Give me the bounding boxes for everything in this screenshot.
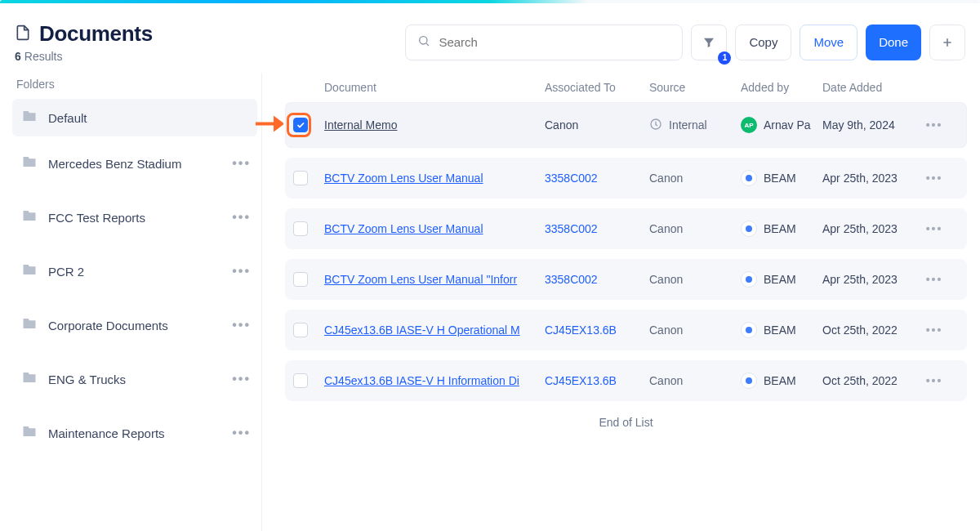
row-checkbox[interactable] (293, 118, 308, 132)
col-source-header: Source (649, 81, 741, 94)
search-box[interactable] (405, 25, 683, 60)
add-button[interactable] (929, 25, 965, 60)
filter-badge: 1 (718, 51, 731, 65)
beam-avatar-icon (741, 170, 757, 186)
header-left: Documents 6 Results (15, 21, 153, 63)
sidebar: Folders DefaultMercedes Benz Stadium•••F… (0, 73, 261, 531)
source-text: Canon (649, 222, 683, 235)
row-checkbox[interactable] (293, 221, 308, 236)
table-body: Internal MemoCanonInternalAPArnav PaMay … (285, 102, 967, 401)
app-container: Documents 6 Results 1 (0, 3, 980, 531)
beam-avatar-icon (741, 271, 757, 288)
header: Documents 6 Results 1 (0, 3, 980, 65)
copy-button[interactable]: Copy (735, 25, 791, 60)
associated-link[interactable]: 3358C002 (545, 172, 598, 185)
sidebar-folder-item[interactable]: Corporate Documents••• (12, 298, 257, 352)
date-text: Oct 25th, 2022 (822, 324, 898, 337)
more-icon[interactable]: ••• (232, 264, 251, 279)
table-row[interactable]: CJ45ex13.6B IASE-V H Information DiCJ45E… (285, 360, 967, 401)
result-label: Results (24, 50, 63, 63)
table-row[interactable]: BCTV Zoom Lens User Manual "Inforr3358C0… (285, 259, 967, 300)
source-text: Canon (649, 172, 683, 185)
table-row[interactable]: BCTV Zoom Lens User Manual3358C002CanonB… (285, 208, 967, 249)
svg-point-0 (420, 36, 427, 43)
date-text: Apr 25th, 2023 (822, 273, 898, 286)
more-icon[interactable]: ••• (232, 372, 251, 386)
date-text: Apr 25th, 2023 (822, 172, 898, 185)
page-title: Documents (39, 21, 153, 47)
added-by-text: Arnav Pa (764, 118, 811, 132)
date-text: May 9th, 2024 (822, 118, 895, 132)
sidebar-folder-item[interactable]: PCR 2••• (12, 244, 257, 298)
document-link[interactable]: CJ45ex13.6B IASE-V H Information Di (324, 374, 537, 387)
sidebar-folder-item[interactable]: Mercedes Benz Stadium••• (12, 136, 257, 190)
table-header: Document Associated To Source Added by D… (285, 73, 967, 102)
move-button[interactable]: Move (800, 25, 858, 60)
table-row[interactable]: BCTV Zoom Lens User Manual3358C002CanonB… (285, 158, 967, 199)
folder-label: FCC Test Reports (48, 211, 145, 225)
associated-link[interactable]: CJ45EX13.6B (545, 324, 617, 337)
row-more-icon[interactable]: ••• (926, 172, 943, 185)
added-by-text: BEAM (764, 172, 796, 185)
row-more-icon[interactable]: ••• (926, 374, 943, 387)
col-addedby-header: Added by (741, 81, 822, 94)
folder-icon (22, 109, 37, 127)
sidebar-folder-item[interactable]: Default (12, 99, 257, 136)
internal-source-icon (649, 118, 662, 133)
beam-avatar-icon (741, 373, 757, 389)
row-more-icon[interactable]: ••• (926, 324, 943, 337)
search-icon (417, 34, 430, 51)
more-icon[interactable]: ••• (232, 156, 251, 171)
more-icon[interactable]: ••• (232, 318, 251, 332)
beam-avatar-icon (741, 221, 757, 237)
col-document-header: Document (324, 81, 545, 94)
sidebar-folder-item[interactable]: ENG & Trucks••• (12, 352, 257, 406)
document-icon (15, 24, 31, 45)
done-button[interactable]: Done (866, 25, 921, 60)
row-checkbox[interactable] (293, 373, 308, 388)
row-more-icon[interactable]: ••• (926, 273, 943, 286)
sidebar-folder-item[interactable]: Maintenance Reports••• (12, 406, 257, 460)
document-link[interactable]: BCTV Zoom Lens User Manual (324, 222, 537, 235)
sidebar-folder-item[interactable]: FCC Test Reports••• (12, 190, 257, 244)
end-of-list: End of List (285, 401, 967, 444)
more-icon[interactable]: ••• (232, 210, 251, 225)
user-avatar: AP (741, 117, 757, 133)
row-more-icon[interactable]: ••• (926, 222, 943, 235)
main: Document Associated To Source Added by D… (261, 73, 980, 531)
folder-list: DefaultMercedes Benz Stadium•••FCC Test … (12, 99, 257, 460)
associated-text: Canon (545, 118, 578, 132)
folder-icon (22, 370, 37, 388)
more-icon[interactable]: ••• (232, 426, 251, 440)
folder-icon (22, 154, 37, 172)
associated-link[interactable]: 3358C002 (545, 222, 598, 235)
row-checkbox[interactable] (293, 323, 308, 337)
row-checkbox[interactable] (293, 171, 308, 185)
search-input[interactable] (439, 35, 670, 49)
document-link[interactable]: BCTV Zoom Lens User Manual "Inforr (324, 273, 537, 286)
folder-icon (22, 262, 37, 280)
folder-label: PCR 2 (48, 265, 84, 279)
row-checkbox[interactable] (293, 272, 308, 287)
source-text: Canon (649, 374, 683, 387)
folder-icon (22, 208, 37, 226)
folder-label: Maintenance Reports (48, 426, 165, 440)
result-number: 6 (15, 50, 21, 63)
filter-button[interactable]: 1 (691, 25, 727, 60)
associated-link[interactable]: CJ45EX13.6B (545, 374, 617, 387)
document-link[interactable]: Internal Memo (324, 118, 537, 132)
table-row[interactable]: Internal MemoCanonInternalAPArnav PaMay … (285, 102, 967, 148)
result-count: 6 Results (15, 50, 153, 63)
body: Folders DefaultMercedes Benz Stadium•••F… (0, 65, 980, 531)
added-by-text: BEAM (764, 222, 796, 235)
row-more-icon[interactable]: ••• (926, 118, 943, 132)
associated-link[interactable]: 3358C002 (545, 273, 598, 286)
document-link[interactable]: CJ45ex13.6B IASE-V H Operational M (324, 324, 537, 337)
table-row[interactable]: CJ45ex13.6B IASE-V H Operational MCJ45EX… (285, 310, 967, 350)
col-date-header: Date Added (822, 81, 922, 94)
added-by-text: BEAM (764, 324, 796, 337)
document-link[interactable]: BCTV Zoom Lens User Manual (324, 172, 537, 185)
folder-icon (22, 316, 37, 334)
title-row: Documents (15, 21, 153, 47)
date-text: Oct 25th, 2022 (822, 374, 898, 387)
